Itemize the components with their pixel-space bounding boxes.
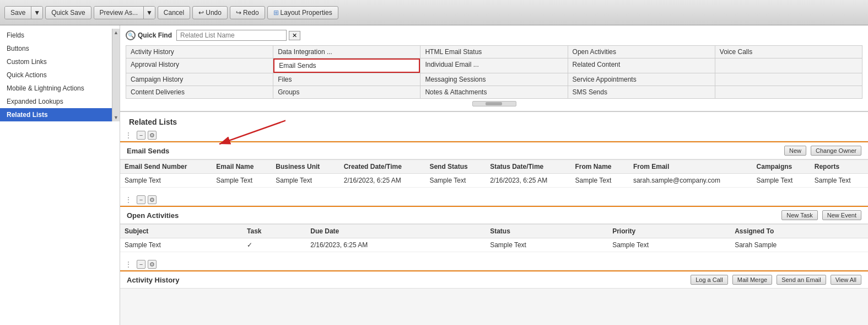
open-activities-controls: ⋮ − ⚙ [120,194,868,206]
activity-history-mail-merge-button[interactable]: Mail Merge [732,275,772,285]
preview-button[interactable]: Preview As... [94,7,144,19]
related-item-html-email-status[interactable]: HTML Email Status [420,46,567,58]
open-activities-header: Open Activities New Task New Event [120,206,868,224]
col-status-datetime: Status Date/Time [486,160,570,174]
search-icon: 🔍 [126,30,136,40]
col-status: Status [486,225,608,238]
cell-campaigns: Sample Text [752,174,810,188]
cell-reports: Sample Text [810,174,868,188]
col-reports: Reports [810,160,868,174]
spacer1 [120,188,868,194]
email-sends-change-owner-button[interactable]: Change Owner [811,146,861,156]
related-item-email-sends[interactable]: Email Sends [273,58,420,73]
save-dropdown-button[interactable]: ▼ [31,7,42,19]
related-item-campaign-history[interactable]: Campaign History [126,73,273,86]
settings-activity-history[interactable]: ⚙ [148,260,157,269]
drag-handle-email-sends[interactable]: ⋮ [125,131,132,140]
cell-from-name: Sample Text [570,174,628,188]
col-assigned-to: Assigned To [730,225,868,238]
related-item-messaging-sessions[interactable]: Messaging Sessions [420,73,567,86]
open-activities-new-task-button[interactable]: New Task [781,210,817,220]
cell-email-name: Sample Text [212,174,271,188]
spacer2 [120,252,868,259]
sidebar-item-fields[interactable]: Fields [0,29,112,42]
activity-history-send-email-button[interactable]: Send an Email [777,275,826,285]
col-priority: Priority [608,225,730,238]
preview-button-group: Preview As... ▼ [94,6,155,19]
related-item-voice-calls[interactable]: Voice Calls [715,46,862,58]
redo-button[interactable]: ↪ Redo [230,6,265,19]
related-item-empty3 [715,86,862,98]
open-activities-section: Open Activities New Task New Event Subje… [120,206,868,252]
quickfind-input[interactable] [176,30,287,41]
cell-send-status: Sample Text [425,174,486,188]
email-sends-section: Email Sends New Change Owner Email Send … [120,141,868,188]
related-item-related-content[interactable]: Related Content [568,58,715,73]
related-item-files[interactable]: Files [273,73,420,86]
sidebar: Fields Buttons Custom Links Quick Action… [0,25,120,325]
undo-button[interactable]: ↩ Undo [192,6,228,19]
table-row: Sample Text Sample Text Sample Text 2/16… [120,174,868,188]
related-item-sms-sends[interactable]: SMS Sends [568,86,715,98]
col-email-name: Email Name [212,160,271,174]
table-row: Sample Text ✓ 2/16/2023, 6:25 AM Sample … [120,238,868,252]
related-item-content-deliveries[interactable]: Content Deliveries [126,86,273,98]
scroll-down-arrow[interactable]: ▼ [112,114,120,121]
related-item-service-appointments[interactable]: Service Appointments [568,73,715,86]
sidebar-item-related-lists[interactable]: Related Lists [0,108,112,121]
related-item-open-activities[interactable]: Open Activities [568,46,715,58]
drag-handle-activity-history[interactable]: ⋮ [125,260,132,269]
sidebar-item-quick-actions[interactable]: Quick Actions [0,68,112,82]
quick-save-button[interactable]: Quick Save [45,6,91,19]
quickfind-clear-button[interactable]: ✕ [289,31,300,40]
related-item-approval-history[interactable]: Approval History [126,58,273,73]
settings-open-activities[interactable]: ⚙ [148,195,157,204]
col-created-datetime: Created Date/Time [339,160,425,174]
col-send-status: Send Status [425,160,486,174]
cell-business-unit: Sample Text [271,174,339,188]
collapse-activity-history[interactable]: − [137,260,145,269]
collapse-email-sends[interactable]: − [137,131,145,140]
settings-email-sends[interactable]: ⚙ [148,131,157,140]
cell-status-datetime: 2/16/2023, 6:25 AM [486,174,570,188]
cell-status: Sample Text [486,238,608,252]
quickfind-area: 🔍 Quick Find ✕ Activity History Data Int… [120,25,868,112]
cancel-button[interactable]: Cancel [158,6,190,19]
layout-properties-button[interactable]: ⊞ Layout Properties [267,6,338,19]
sidebar-item-expanded-lookups[interactable]: Expanded Lookups [0,95,112,108]
related-item-empty2 [715,73,862,86]
collapse-open-activities[interactable]: − [137,195,145,204]
arrow-container: Email Sends New Change Owner Email Send … [120,141,868,188]
related-item-individual-email[interactable]: Individual Email ... [420,58,567,73]
related-item-notes-attachments[interactable]: Notes & Attachments [420,86,567,98]
activity-history-log-call-button[interactable]: Log a Call [691,275,728,285]
quickfind-row: 🔍 Quick Find ✕ [126,30,862,41]
col-task: Task [242,225,306,238]
save-button[interactable]: Save [5,7,31,19]
col-campaigns: Campaigns [752,160,810,174]
activity-history-view-all-button[interactable]: View All [831,275,861,285]
preview-dropdown-button[interactable]: ▼ [144,7,155,19]
cell-priority: Sample Text [608,238,730,252]
email-sends-controls: ⋮ − ⚙ [120,130,868,141]
email-sends-table: Email Send Number Email Name Business Un… [120,159,868,188]
sidebar-item-mobile-lightning[interactable]: Mobile & Lightning Actions [0,82,112,95]
related-lists-heading: Related Lists [120,112,868,130]
cell-task: ✓ [242,238,306,252]
cell-email-send-number: Sample Text [120,174,212,188]
col-business-unit: Business Unit [271,160,339,174]
cell-due-date: 2/16/2023, 6:25 AM [306,238,486,252]
open-activities-table: Subject Task Due Date Status Priority As… [120,224,868,252]
scroll-up-arrow[interactable]: ▲ [112,29,120,36]
redo-icon: ↪ [236,9,241,17]
related-item-data-integration[interactable]: Data Integration ... [273,46,420,58]
open-activities-new-event-button[interactable]: New Event [822,210,861,220]
related-item-activity-history[interactable]: Activity History [126,46,273,58]
sidebar-item-buttons[interactable]: Buttons [0,42,112,55]
sidebar-item-custom-links[interactable]: Custom Links [0,55,112,68]
drag-handle-open-activities[interactable]: ⋮ [125,195,132,204]
email-sends-new-button[interactable]: New [784,146,806,156]
email-sends-header: Email Sends New Change Owner [120,141,868,159]
col-subject: Subject [120,225,242,238]
related-item-groups[interactable]: Groups [273,86,420,98]
